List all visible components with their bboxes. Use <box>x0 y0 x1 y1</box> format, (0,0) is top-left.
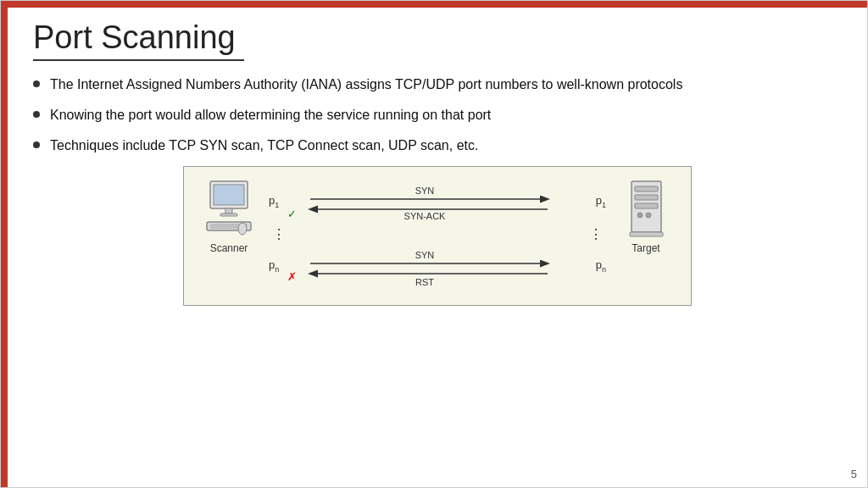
arrows-area: p1 pn p1 pn ⋮ ⋮ ✓ ✗ SY <box>269 175 606 297</box>
slide: Port Scanning The Internet Assigned Numb… <box>0 0 868 488</box>
left-border-decoration <box>1 1 8 487</box>
svg-rect-13 <box>630 232 663 236</box>
top-border-decoration <box>1 1 867 8</box>
svg-point-11 <box>637 213 643 218</box>
page-number: 5 <box>851 468 857 480</box>
port-right-pn-label: pn <box>596 258 606 274</box>
slide-title: Port Scanning <box>33 19 244 61</box>
bullet-text-2: Knowing the port would allow determining… <box>50 105 842 125</box>
bullet-dot-2 <box>33 111 40 118</box>
target-section: Target <box>616 180 676 254</box>
slide-content: Port Scanning The Internet Assigned Numb… <box>8 8 867 487</box>
svg-rect-9 <box>635 195 658 200</box>
svg-text:SYN-ACK: SYN-ACK <box>404 211 447 221</box>
scanner-section: Scanner <box>199 180 259 254</box>
arrows-svg: SYN SYN-ACK SYN RST <box>284 175 591 298</box>
computer-icon <box>203 180 254 239</box>
bullet-dot-3 <box>33 141 40 148</box>
bullet-item-1: The Internet Assigned Numbers Authority … <box>33 75 842 95</box>
target-label: Target <box>616 242 676 254</box>
scanner-label: Scanner <box>199 242 259 254</box>
bullet-item-2: Knowing the port would allow determining… <box>33 105 842 125</box>
svg-rect-10 <box>635 203 658 208</box>
svg-text:SYN: SYN <box>415 186 435 196</box>
svg-rect-2 <box>225 208 232 214</box>
bullet-list: The Internet Assigned Numbers Authority … <box>33 75 842 156</box>
dots-right: ⋮ <box>589 228 603 241</box>
svg-point-6 <box>238 223 247 235</box>
diagram-container: Scanner <box>33 166 842 306</box>
network-diagram: Scanner <box>183 166 692 306</box>
title-section: Port Scanning <box>33 19 842 61</box>
port-left-p1-label: p1 <box>269 194 279 209</box>
server-icon <box>623 180 670 239</box>
svg-text:RST: RST <box>415 277 434 287</box>
bullet-item-3: Techniques include TCP SYN scan, TCP Con… <box>33 136 842 156</box>
svg-rect-8 <box>635 186 658 191</box>
bullet-text-1: The Internet Assigned Numbers Authority … <box>50 75 842 95</box>
bullet-text-3: Techniques include TCP SYN scan, TCP Con… <box>50 136 842 156</box>
svg-text:SYN: SYN <box>415 250 435 260</box>
svg-rect-1 <box>214 185 244 205</box>
port-left-pn-label: pn <box>269 258 279 274</box>
svg-rect-3 <box>220 214 237 216</box>
svg-point-12 <box>646 213 651 218</box>
port-right-p1-label: p1 <box>596 194 606 209</box>
bullet-dot-1 <box>33 80 40 87</box>
